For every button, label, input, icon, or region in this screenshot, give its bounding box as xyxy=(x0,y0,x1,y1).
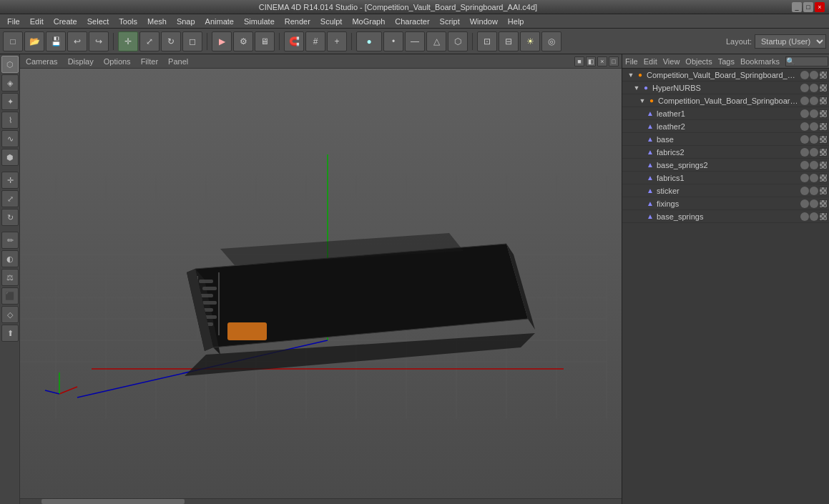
obj-dot-2[interactable] xyxy=(810,71,818,79)
bevel-tool[interactable]: ◇ xyxy=(1,306,19,323)
menu-mesh[interactable]: Mesh xyxy=(143,16,171,26)
obj-menu-view[interactable]: View xyxy=(663,57,680,66)
obj-row-hypernurbs[interactable]: ▼ ● HyperNURBS xyxy=(622,81,829,94)
close-button[interactable]: × xyxy=(815,2,825,12)
obj-row-5[interactable]: ▲ fabrics1 xyxy=(622,172,829,184)
obj-row-inner-root[interactable]: ▼ ● Competition_Vault_Board_Springboard_… xyxy=(622,94,829,107)
viewport-maximize[interactable]: □ xyxy=(609,56,619,66)
save-button[interactable]: 💾 xyxy=(46,31,66,51)
horizontal-scrollbar[interactable] xyxy=(20,498,622,504)
obj-dot-i1[interactable] xyxy=(800,97,809,105)
obj-checkered[interactable] xyxy=(819,71,828,79)
obj-row-8[interactable]: ▲ base_springs xyxy=(622,210,829,223)
obj-menu-edit[interactable]: Edit xyxy=(644,57,657,66)
vp-menu-filter[interactable]: Filter xyxy=(138,57,161,66)
undo-button[interactable]: ↩ xyxy=(67,31,87,51)
vp-menu-display[interactable]: Display xyxy=(65,57,97,66)
layout-dropdown[interactable]: Startup (User) xyxy=(755,34,826,49)
render-viewport-button[interactable]: 🖥 xyxy=(255,31,275,51)
obj-row-3[interactable]: ▲ fabrics2 xyxy=(622,146,829,159)
active-object-tool[interactable]: ⬡ xyxy=(1,56,19,73)
minimize-button[interactable]: _ xyxy=(792,2,802,12)
light-tool[interactable]: ✦ xyxy=(1,93,19,110)
maximize-button[interactable]: □ xyxy=(803,2,813,12)
move-tool-button[interactable]: ✛ xyxy=(118,31,138,51)
new-button[interactable]: □ xyxy=(3,31,23,51)
menu-edit[interactable]: Edit xyxy=(26,16,48,26)
scrollbar-thumb[interactable] xyxy=(41,499,185,504)
menu-snap[interactable]: Snap xyxy=(172,16,200,26)
menu-file[interactable]: File xyxy=(3,16,24,26)
point-mode-button[interactable]: • xyxy=(383,31,403,51)
grid-button[interactable]: # xyxy=(305,31,325,51)
menu-script[interactable]: Script xyxy=(436,16,464,26)
menu-simulate[interactable]: Simulate xyxy=(240,16,279,26)
render-settings-button[interactable]: ⚙ xyxy=(233,31,253,51)
viewport-close[interactable]: × xyxy=(597,56,607,66)
menu-select[interactable]: Select xyxy=(83,16,114,26)
viewport-btn-2[interactable]: ⊟ xyxy=(499,31,519,51)
model-mode-button[interactable]: ● xyxy=(356,31,382,51)
nurbs-tool[interactable]: ⬢ xyxy=(1,149,19,166)
menu-window[interactable]: Window xyxy=(466,16,502,26)
obj-row-0[interactable]: ▲ leather1 xyxy=(622,107,829,120)
obj-d1-2[interactable] xyxy=(810,122,818,131)
obj-row-4[interactable]: ▲ base_springs2 xyxy=(622,159,829,172)
move-tool-left[interactable]: ✛ xyxy=(1,172,19,189)
obj-menu-bookmarks[interactable]: Bookmarks xyxy=(740,57,780,66)
obj-checkered-i[interactable] xyxy=(819,97,828,105)
viewport[interactable]: Perspective xyxy=(20,69,622,504)
redo-button[interactable]: ↪ xyxy=(89,31,109,51)
scale-tool-left[interactable]: ⤢ xyxy=(1,190,19,207)
obj-row-7[interactable]: ▲ fixings xyxy=(622,197,829,210)
guides-button[interactable]: + xyxy=(327,31,347,51)
scale-tool-button[interactable]: ⤢ xyxy=(139,31,160,51)
obj-search-input[interactable] xyxy=(785,56,828,66)
viewport-btn-4[interactable]: ◎ xyxy=(541,31,561,51)
weight-tool[interactable]: ⚖ xyxy=(1,269,19,286)
obj-d0-1[interactable] xyxy=(800,109,809,118)
edge-mode-button[interactable]: — xyxy=(405,31,425,51)
menu-character[interactable]: Character xyxy=(391,16,433,26)
obj-menu-file[interactable]: File xyxy=(625,57,638,66)
snap-button[interactable]: 🧲 xyxy=(284,31,304,51)
menu-render[interactable]: Render xyxy=(280,16,315,26)
obj-dot-1[interactable] xyxy=(800,71,809,79)
menu-sculpt[interactable]: Sculpt xyxy=(316,16,347,26)
texture-tool[interactable]: ⬛ xyxy=(1,287,19,305)
menu-tools[interactable]: Tools xyxy=(114,16,142,26)
extrude-tool[interactable]: ⬆ xyxy=(1,325,19,342)
menu-create[interactable]: Create xyxy=(49,16,82,26)
obj-d1-1[interactable] xyxy=(800,122,809,131)
viewport-btn-3[interactable]: ☀ xyxy=(520,31,540,51)
obj-row-root[interactable]: ▼ ● Competition_Vault_Board_Springboard_… xyxy=(622,69,829,81)
camera-tool[interactable]: ◈ xyxy=(1,74,19,92)
obj-row-1[interactable]: ▲ leather2 xyxy=(622,120,829,133)
viewport-toggle-2[interactable]: ◧ xyxy=(586,56,596,66)
obj-checkered-h[interactable] xyxy=(819,84,828,92)
viewport-btn-1[interactable]: ⊡ xyxy=(477,31,497,51)
uvw-mode-button[interactable]: ⬡ xyxy=(448,31,468,51)
rotate-tool-left[interactable]: ↻ xyxy=(1,209,19,226)
vp-menu-panel[interactable]: Panel xyxy=(165,57,191,66)
spline-tool[interactable]: ∿ xyxy=(1,130,19,147)
select-tool-button[interactable]: ◻ xyxy=(182,31,202,51)
rotate-tool-button[interactable]: ↻ xyxy=(161,31,181,51)
menu-mograph[interactable]: MoGraph xyxy=(348,16,389,26)
vp-menu-cameras[interactable]: Cameras xyxy=(23,57,61,66)
polygon-mode-button[interactable]: △ xyxy=(426,31,446,51)
obj-menu-tags[interactable]: Tags xyxy=(718,57,735,66)
obj-dot-h2[interactable] xyxy=(810,84,818,92)
obj-row-6[interactable]: ▲ sticker xyxy=(622,184,829,197)
sculpt-tool[interactable]: ◐ xyxy=(1,250,19,267)
paint-tool[interactable]: ✏ xyxy=(1,232,19,249)
open-button[interactable]: 📂 xyxy=(24,31,44,51)
obj-dot-i2[interactable] xyxy=(810,97,818,105)
obj-row-2[interactable]: ▲ base xyxy=(622,133,829,146)
menu-help[interactable]: Help xyxy=(504,16,529,26)
obj-dot-h1[interactable] xyxy=(800,84,809,92)
render-button[interactable]: ▶ xyxy=(212,31,232,51)
viewport-toggle-1[interactable]: ■ xyxy=(574,56,584,66)
deform-tool[interactable]: ⌇ xyxy=(1,112,19,129)
obj-c1[interactable] xyxy=(819,122,828,131)
